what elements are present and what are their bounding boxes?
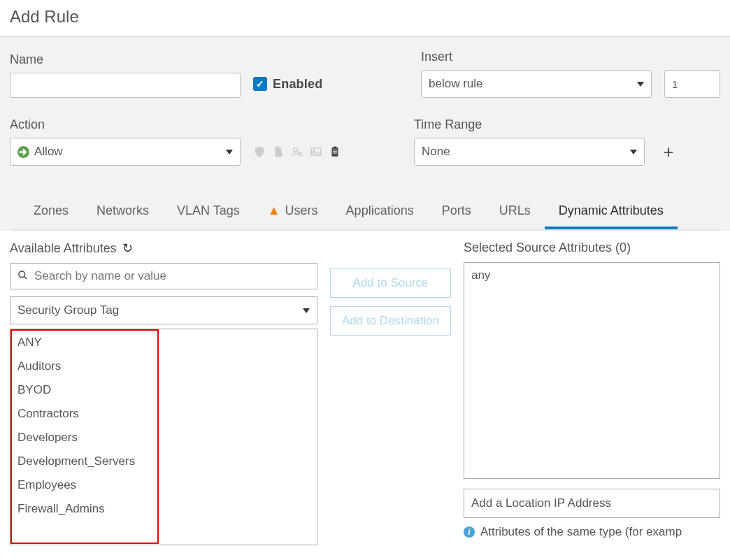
insert-select[interactable]: below rule <box>421 70 652 98</box>
attribute-type-select[interactable]: Security Group Tag <box>10 296 317 324</box>
list-item[interactable]: ANY <box>10 331 317 354</box>
add-to-destination-button[interactable]: Add to Destination <box>330 306 451 336</box>
tab-zones[interactable]: Zones <box>20 194 83 229</box>
selected-any-item: any <box>471 268 713 282</box>
content-panel: Available Attributes ↻ Security Group Ta… <box>0 231 730 545</box>
list-item[interactable]: BYOD <box>10 378 317 402</box>
tab-ports[interactable]: Ports <box>428 194 485 229</box>
info-icon: i <box>464 526 475 538</box>
top-form: Name ✓ Enabled Insert below rule Action <box>0 37 730 231</box>
attribute-type-value: Security Group Tag <box>17 303 119 317</box>
selected-source-list[interactable]: any <box>464 262 720 479</box>
clipboard-icon <box>329 145 341 158</box>
svg-point-2 <box>299 152 302 156</box>
insert-label: Insert <box>421 50 652 64</box>
transfer-buttons-col: Add to Source Add to Destination <box>330 268 451 336</box>
info-text: Attributes of the same type (for examp <box>480 525 682 539</box>
search-input[interactable] <box>33 268 310 284</box>
action-label: Action <box>10 117 241 132</box>
warning-icon: ▲ <box>268 203 280 218</box>
tab-applications[interactable]: Applications <box>332 194 428 229</box>
list-item[interactable]: Development_Servers <box>10 450 317 473</box>
user-search-icon <box>291 145 303 158</box>
available-attributes-col: Available Attributes ↻ Security Group Ta… <box>10 240 317 545</box>
add-time-range-button[interactable]: + <box>657 138 680 166</box>
chevron-down-icon <box>226 150 233 155</box>
chevron-down-icon <box>303 308 310 313</box>
search-icon <box>17 270 28 283</box>
name-input[interactable] <box>10 73 241 98</box>
file-icon <box>272 145 285 158</box>
add-to-source-button[interactable]: Add to Source <box>330 268 451 298</box>
selected-attributes-col: Selected Source Attributes (0) any i Att… <box>464 240 720 539</box>
insert-position-input[interactable] <box>664 70 720 98</box>
image-icon <box>310 145 322 158</box>
svg-rect-8 <box>333 151 337 152</box>
add-location-input[interactable] <box>464 489 720 518</box>
page-title: Add Rule <box>0 0 730 37</box>
chevron-down-icon <box>630 150 637 155</box>
list-item[interactable]: Developers <box>10 426 317 450</box>
list-item[interactable]: Contractors <box>10 402 317 426</box>
time-range-select[interactable]: None <box>414 138 645 166</box>
shield-icon <box>253 145 266 158</box>
action-icon-bar <box>253 138 341 166</box>
insert-pos-label <box>664 50 720 64</box>
chevron-down-icon <box>637 82 644 87</box>
svg-rect-9 <box>333 153 337 154</box>
insert-value: below rule <box>429 77 483 91</box>
tab-users[interactable]: ▲ Users <box>254 194 332 229</box>
tab-dynamic-attributes[interactable]: Dynamic Attributes <box>545 194 678 229</box>
refresh-icon[interactable]: ↻ <box>122 240 133 256</box>
name-label: Name <box>10 52 241 67</box>
time-range-value: None <box>422 145 450 159</box>
svg-point-1 <box>294 148 298 152</box>
tab-bar: Zones Networks VLAN Tags ▲ Users Applica… <box>10 194 720 231</box>
list-item[interactable]: Firewall_Admins <box>10 497 317 521</box>
svg-rect-7 <box>333 150 337 150</box>
tab-vlan-tags[interactable]: VLAN Tags <box>163 194 254 229</box>
svg-point-10 <box>19 271 25 277</box>
action-value: Allow <box>34 145 63 159</box>
svg-rect-6 <box>334 147 337 149</box>
allow-icon <box>17 146 29 158</box>
list-item[interactable]: Employees <box>10 473 317 497</box>
selected-source-title: Selected Source Attributes (0) <box>464 240 631 255</box>
list-item[interactable]: Auditors <box>10 354 317 378</box>
search-box[interactable] <box>10 263 317 289</box>
svg-rect-5 <box>332 148 338 157</box>
svg-rect-0 <box>278 153 282 157</box>
time-range-label: Time Range <box>414 117 645 132</box>
tab-networks[interactable]: Networks <box>83 194 163 229</box>
attribute-list[interactable]: ANY Auditors BYOD Contractors Developers… <box>10 329 317 545</box>
action-select[interactable]: Allow <box>10 138 241 166</box>
enabled-label: Enabled <box>273 77 322 92</box>
tab-urls[interactable]: URLs <box>485 194 545 229</box>
enabled-checkbox[interactable]: ✓ <box>253 77 267 91</box>
available-attributes-title: Available Attributes <box>10 241 117 256</box>
